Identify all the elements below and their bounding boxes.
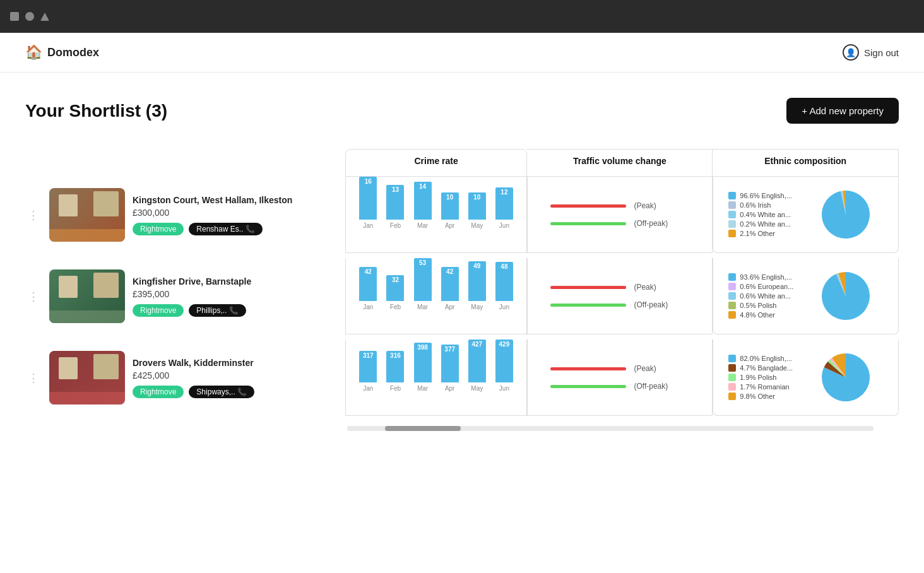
bar-month: Jan <box>363 385 373 392</box>
pie-chart <box>820 189 871 240</box>
tag-agent[interactable]: Shipways,.. 📞 <box>189 386 254 398</box>
traffic-offpeak-row: (Off-peak) <box>550 382 689 391</box>
legend-dot <box>728 311 736 319</box>
legend-label: 4.8% Other <box>740 311 775 319</box>
legend-label: 0.6% White an... <box>740 292 791 300</box>
traffic-cell: (Peak) (Off-peak) <box>527 340 713 416</box>
bar-group: 48 Jun <box>492 262 516 310</box>
legend-item: 0.6% European... <box>728 283 810 290</box>
traffic-peak-row: (Peak) <box>550 201 689 210</box>
bar-value: 10 <box>446 192 453 201</box>
legend-item: 96.6% English,... <box>728 192 810 199</box>
ethnic-cell-inner: 93.6% English,... 0.6% European... 0.6% … <box>723 266 888 326</box>
offpeak-label: (Off-peak) <box>634 219 668 228</box>
property-name: Kingston Court, West Hallam, Ilkeston <box>133 195 345 205</box>
ethnic-cell: 93.6% English,... 0.6% European... 0.6% … <box>713 258 899 334</box>
ethnic-legend: 96.6% English,... 0.6% Irish 0.4% White … <box>728 192 810 237</box>
property-cell: ⋮ Kingston Court, West Hallam, Ilkeston … <box>25 177 345 253</box>
ethnic-cell-inner: 96.6% English,... 0.6% Irish 0.4% White … <box>723 184 888 245</box>
traffic-offpeak-row: (Off-peak) <box>550 219 689 228</box>
legend-dot <box>728 283 736 290</box>
tag-rightmove[interactable]: Rightmove <box>133 223 184 235</box>
drag-handle[interactable]: ⋮ <box>25 371 42 385</box>
tag-agent[interactable]: Phillips,.. 📞 <box>189 304 246 317</box>
scrollbar-track[interactable] <box>347 426 874 431</box>
bar-group: 53 Mar <box>410 258 435 310</box>
bar: 429 <box>495 340 513 382</box>
sign-out-button[interactable]: 👤 Sign out <box>843 44 899 61</box>
ethnic-cell-inner: 82.0% English,... 4.7% Banglade... 1.9% … <box>723 347 888 408</box>
bar-value: 427 <box>471 340 482 348</box>
legend-label: 9.8% Other <box>740 393 775 400</box>
row-separator <box>25 253 899 258</box>
bar-month: Feb <box>390 385 401 392</box>
tag-rightmove[interactable]: Rightmove <box>133 386 184 398</box>
legend-dot <box>728 201 736 209</box>
bar-value: 10 <box>473 192 480 201</box>
bar-value: 316 <box>390 351 401 359</box>
legend-dot <box>728 302 736 309</box>
property-cell: ⋮ Drovers Walk, Kidderminster £425,000 R… <box>25 340 345 416</box>
bar: 398 <box>414 343 432 382</box>
property-card: ⋮ Drovers Walk, Kidderminster £425,000 R… <box>25 343 345 412</box>
titlebar-circle-btn[interactable] <box>25 12 34 21</box>
page-header: Your Shortlist (3) + Add new property <box>25 98 899 124</box>
legend-dot <box>728 355 736 362</box>
traffic-cell: (Peak) (Off-peak) <box>527 258 713 334</box>
property-card: ⋮ Kingfisher Drive, Barnstaple £395,000 … <box>25 262 345 331</box>
ethnic-cell: 96.6% English,... 0.6% Irish 0.4% White … <box>713 177 899 253</box>
legend-item: 4.7% Banglade... <box>728 364 810 372</box>
app-header: 🏠 Domodex 👤 Sign out <box>0 33 924 73</box>
property-card: ⋮ Kingston Court, West Hallam, Ilkeston … <box>25 180 345 249</box>
property-name: Kingfisher Drive, Barnstaple <box>133 276 345 286</box>
bar-group: 398 Mar <box>410 343 435 392</box>
legend-label: 96.6% English,... <box>740 192 792 199</box>
add-property-button[interactable]: + Add new property <box>786 98 899 124</box>
legend-item: 2.1% Other <box>728 230 810 237</box>
bar-group: 429 Jun <box>492 340 516 392</box>
legend-label: 0.6% Irish <box>740 201 771 209</box>
bar-month: Jan <box>363 304 373 310</box>
bar-group: 42 Apr <box>437 267 462 310</box>
bar-month: Mar <box>417 222 428 229</box>
titlebar-triangle-btn[interactable] <box>40 13 49 21</box>
legend-item: 9.8% Other <box>728 393 810 400</box>
titlebar <box>0 0 924 33</box>
legend-item: 0.4% White an... <box>728 211 810 218</box>
titlebar-square-btn[interactable] <box>10 12 19 21</box>
legend-label: 4.7% Banglade... <box>740 364 793 372</box>
bar: 427 <box>468 340 486 382</box>
tag-agent[interactable]: Renshaw Es.. 📞 <box>189 223 262 235</box>
bar-group: 377 Apr <box>437 345 462 392</box>
legend-label: 82.0% English,... <box>740 355 792 362</box>
col-header-crime: Crime rate <box>345 149 528 177</box>
bar: 32 <box>386 275 404 301</box>
bar-value: 49 <box>473 261 480 269</box>
legend-item: 0.6% Irish <box>728 201 810 209</box>
legend-label: 1.9% Polish <box>740 374 776 381</box>
bar: 10 <box>468 192 486 220</box>
property-info: Kingfisher Drive, Barnstaple £395,000 Ri… <box>133 276 345 317</box>
col-header-ethnic: Ethnic composition <box>713 149 899 177</box>
traffic-chart: (Peak) (Off-peak) <box>538 358 702 397</box>
legend-label: 0.2% White an... <box>740 220 791 228</box>
bar-month: Mar <box>417 304 428 310</box>
legend-item: 93.6% English,... <box>728 273 810 281</box>
traffic-chart: (Peak) (Off-peak) <box>538 195 702 234</box>
drag-handle[interactable]: ⋮ <box>25 290 42 304</box>
bar: 316 <box>386 351 404 382</box>
bar-value: 42 <box>446 267 453 275</box>
legend-dot <box>728 211 736 218</box>
ethnic-legend: 93.6% English,... 0.6% European... 0.6% … <box>728 273 810 319</box>
legend-dot <box>728 374 736 381</box>
bar-value: 32 <box>392 275 399 283</box>
drag-handle[interactable]: ⋮ <box>25 208 42 222</box>
bar: 12 <box>495 187 513 220</box>
bar-month: Jan <box>363 222 373 229</box>
tag-rightmove[interactable]: Rightmove <box>133 304 184 317</box>
bar-value: 16 <box>365 177 372 185</box>
property-price: £395,000 <box>133 289 345 299</box>
scrollbar-thumb[interactable] <box>385 426 461 431</box>
offpeak-line <box>550 385 626 388</box>
peak-line <box>550 286 626 289</box>
